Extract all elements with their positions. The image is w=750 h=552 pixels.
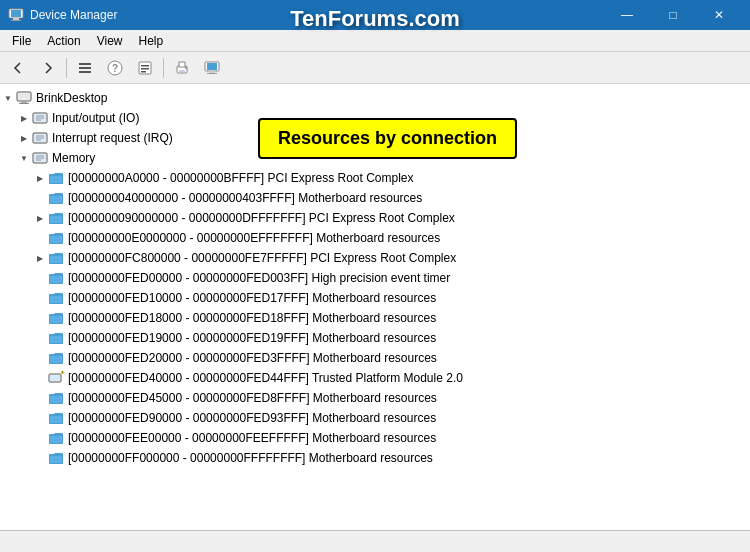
menu-action[interactable]: Action: [39, 32, 88, 50]
tree-item-mem-1[interactable]: ▶ [00000000A0000 - 00000000BFFFF] PCI Ex…: [0, 168, 750, 188]
mem4-label: [000000000E0000000 - 00000000EFFFFFFF] M…: [68, 231, 440, 245]
tree-root[interactable]: ▼ BrinkDesktop: [0, 88, 750, 108]
tree-item-memory[interactable]: ▼ Memory: [0, 148, 750, 168]
tree-item-mem-7[interactable]: [00000000FED10000 - 00000000FED17FFF] Mo…: [0, 288, 750, 308]
mem13-label: [00000000FED90000 - 00000000FED93FFF] Mo…: [68, 411, 436, 425]
svg-rect-5: [79, 67, 91, 69]
minimize-button[interactable]: —: [604, 0, 650, 30]
print-button[interactable]: [168, 55, 196, 81]
mem1-expand-icon[interactable]: ▶: [32, 170, 48, 186]
maximize-button[interactable]: □: [650, 0, 696, 30]
mem2-label: [0000000040000000 - 00000000403FFFF] Mot…: [68, 191, 422, 205]
svg-rect-12: [141, 71, 146, 73]
svg-rect-54: [50, 396, 62, 403]
folder-icon-10: [48, 350, 64, 366]
io-icon: [32, 110, 48, 126]
irq-expand-icon[interactable]: ▶: [16, 130, 32, 146]
io-expand-icon[interactable]: ▶: [16, 110, 32, 126]
back-button[interactable]: [4, 55, 32, 81]
help-button[interactable]: ?: [101, 55, 129, 81]
memory-expand-icon[interactable]: ▼: [16, 150, 32, 166]
forward-button[interactable]: [34, 55, 62, 81]
svg-rect-56: [50, 436, 62, 443]
window-controls: — □ ✕: [604, 0, 742, 30]
tree-item-mem-10[interactable]: [00000000FED20000 - 00000000FED3FFFF] Mo…: [0, 348, 750, 368]
tree-item-mem-14[interactable]: [00000000FEE00000 - 00000000FEEFFFFF] Mo…: [0, 428, 750, 448]
mem1-label: [00000000A0000 - 00000000BFFFF] PCI Expr…: [68, 171, 414, 185]
close-button[interactable]: ✕: [696, 0, 742, 30]
svg-text:?: ?: [112, 63, 118, 74]
svg-rect-18: [207, 63, 217, 70]
io-label: Input/output (IO): [52, 111, 139, 125]
svg-rect-15: [179, 70, 185, 72]
folder-icon-12: [48, 390, 64, 406]
tree-item-mem-8[interactable]: [00000000FED18000 - 00000000FED18FFF] Mo…: [0, 308, 750, 328]
tree-item-mem-13[interactable]: [00000000FED90000 - 00000000FED93FFF] Mo…: [0, 408, 750, 428]
svg-rect-23: [21, 101, 27, 103]
computer-icon: [16, 90, 32, 106]
menu-view[interactable]: View: [89, 32, 131, 50]
folder-icon-8: [48, 310, 64, 326]
mem15-label: [00000000FF000000 - 00000000FFFFFFFF] Mo…: [68, 451, 433, 465]
tree-item-mem-5[interactable]: ▶ [00000000FC800000 - 00000000FE7FFFFF] …: [0, 248, 750, 268]
folder-icon-14: [48, 430, 64, 446]
svg-rect-11: [141, 68, 149, 70]
tree-item-mem-11[interactable]: ! [00000000FED40000 - 00000000FED44FFF] …: [0, 368, 750, 388]
folder-icon-1: [48, 170, 64, 186]
svg-rect-55: [50, 416, 62, 423]
mem5-label: [00000000FC800000 - 00000000FE7FFFFF] PC…: [68, 251, 456, 265]
mem5-expand-icon[interactable]: ▶: [32, 250, 48, 266]
svg-rect-48: [50, 336, 62, 343]
svg-rect-22: [18, 93, 30, 100]
monitor-button[interactable]: [198, 55, 226, 81]
tree-item-mem-2[interactable]: [0000000040000000 - 00000000403FFFF] Mot…: [0, 188, 750, 208]
toolbar: ?: [0, 52, 750, 84]
folder-icon-9: [48, 330, 64, 346]
svg-rect-46: [50, 296, 62, 303]
folder-icon-3: [48, 210, 64, 226]
menu-bar: File Action View Help: [0, 30, 750, 52]
properties-button[interactable]: [131, 55, 159, 81]
tree-item-mem-6[interactable]: [00000000FED00000 - 00000000FED003FF] Hi…: [0, 268, 750, 288]
mem6-label: [00000000FED00000 - 00000000FED003FF] Hi…: [68, 271, 450, 285]
root-label: BrinkDesktop: [36, 91, 107, 105]
svg-rect-1: [11, 10, 21, 17]
menu-help[interactable]: Help: [131, 32, 172, 50]
memory-icon: [32, 150, 48, 166]
tpm-icon: !: [48, 370, 64, 386]
svg-rect-41: [50, 196, 62, 203]
tree-item-mem-12[interactable]: [00000000FED45000 - 00000000FED8FFFF] Mo…: [0, 388, 750, 408]
tree-item-mem-15[interactable]: [00000000FF000000 - 00000000FFFFFFFF] Mo…: [0, 448, 750, 468]
tree-panel[interactable]: ▼ BrinkDesktop ▶: [0, 84, 750, 530]
status-bar: [0, 530, 750, 552]
svg-rect-57: [50, 456, 62, 463]
tree-item-mem-3[interactable]: ▶ [0000000090000000 - 00000000DFFFFFFF] …: [0, 208, 750, 228]
svg-rect-2: [13, 18, 19, 20]
mem8-label: [00000000FED18000 - 00000000FED18FFF] Mo…: [68, 311, 436, 325]
list-button[interactable]: [71, 55, 99, 81]
mem3-expand-icon[interactable]: ▶: [32, 210, 48, 226]
folder-icon-6: [48, 270, 64, 286]
tree-item-mem-4[interactable]: [000000000E0000000 - 00000000EFFFFFFF] M…: [0, 228, 750, 248]
root-expand-icon[interactable]: ▼: [0, 90, 16, 106]
tree-item-irq[interactable]: ▶ Interrupt request (IRQ): [0, 128, 750, 148]
svg-text:!: !: [62, 371, 63, 375]
svg-rect-24: [19, 103, 29, 104]
main-content: ▼ BrinkDesktop ▶: [0, 84, 750, 530]
svg-point-16: [185, 67, 187, 69]
svg-rect-45: [50, 276, 62, 283]
svg-rect-51: [50, 375, 60, 381]
toolbar-sep-2: [163, 58, 164, 78]
tree-item-mem-9[interactable]: [00000000FED19000 - 00000000FED19FFF] Mo…: [0, 328, 750, 348]
folder-icon-13: [48, 410, 64, 426]
svg-rect-42: [50, 216, 62, 223]
mem10-label: [00000000FED20000 - 00000000FED3FFFF] Mo…: [68, 351, 437, 365]
svg-rect-49: [50, 356, 62, 363]
svg-rect-40: [50, 176, 62, 183]
app-icon: [8, 7, 24, 23]
menu-file[interactable]: File: [4, 32, 39, 50]
svg-rect-47: [50, 316, 62, 323]
toolbar-sep-1: [66, 58, 67, 78]
title-bar: Device Manager — □ ✕: [0, 0, 750, 30]
tree-item-io[interactable]: ▶ Input/output (IO): [0, 108, 750, 128]
